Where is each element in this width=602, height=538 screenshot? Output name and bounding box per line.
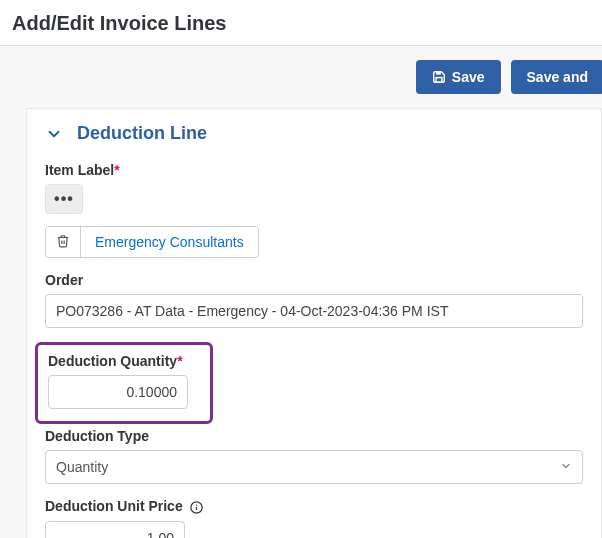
svg-rect-1 [436,78,442,83]
order-label: Order [45,272,583,288]
save-button-label: Save [452,69,485,85]
deduction-quantity-label: Deduction Quantity* [48,353,200,369]
save-icon [432,70,446,84]
trash-icon [56,234,70,251]
item-label-chip: Emergency Consultants [45,226,259,258]
item-label-text: Item Label [45,162,114,178]
chevron-down-icon [560,459,572,475]
content-area: Save Save and Deduction Line Item Label*… [0,46,602,538]
svg-point-4 [195,504,196,505]
ellipsis-icon: ••• [54,190,74,208]
item-label-chip-link[interactable]: Emergency Consultants [81,227,258,257]
svg-rect-0 [436,72,441,75]
panel-header[interactable]: Deduction Line [45,123,583,144]
deduction-quantity-label-text: Deduction Quantity [48,353,177,369]
deduction-type-label: Deduction Type [45,428,583,444]
deduction-unit-price-input[interactable] [45,521,185,538]
item-label-field: Item Label* ••• Emergency Cons [45,162,583,258]
deduction-unit-price-label: Deduction Unit Price [45,498,583,515]
required-star: * [114,162,119,178]
deduction-type-value: Quantity [56,459,108,475]
chip-delete-button[interactable] [46,227,81,257]
save-and-button-label: Save and [527,69,588,85]
page-header: Add/Edit Invoice Lines [0,0,602,46]
deduction-type-field: Deduction Type Quantity [45,428,583,484]
item-label-picker-button[interactable]: ••• [45,184,83,214]
save-and-button[interactable]: Save and [511,60,602,94]
save-button[interactable]: Save [416,60,501,94]
deduction-quantity-input[interactable] [48,375,188,409]
order-input[interactable] [45,294,583,328]
deduction-line-panel: Deduction Line Item Label* ••• [26,108,602,538]
panel-title: Deduction Line [77,123,207,144]
deduction-quantity-highlight: Deduction Quantity* [35,342,213,424]
info-icon[interactable] [189,500,204,515]
deduction-unit-price-field: Deduction Unit Price [45,498,583,538]
item-label-label: Item Label* [45,162,583,178]
action-bar: Save Save and [0,46,602,108]
deduction-type-select[interactable]: Quantity [45,450,583,484]
deduction-unit-price-label-text: Deduction Unit Price [45,498,183,514]
page-title: Add/Edit Invoice Lines [12,12,590,35]
required-star: * [177,353,182,369]
chevron-down-icon [45,125,63,143]
order-field: Order [45,272,583,328]
